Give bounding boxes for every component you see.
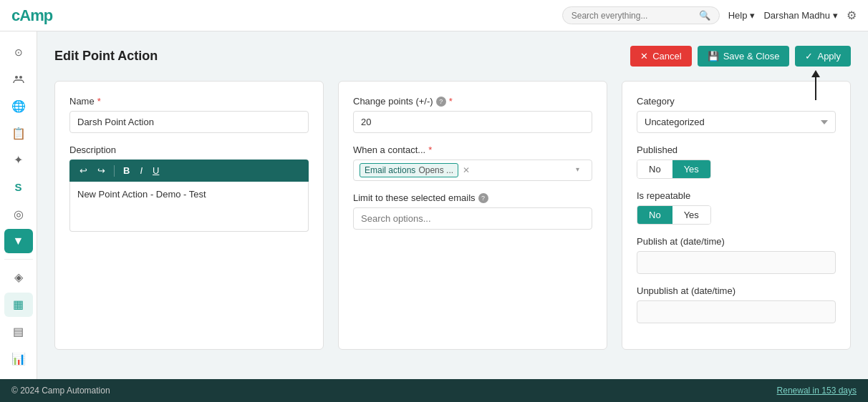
category-group: Category Uncategorized	[637, 96, 836, 133]
logo: cAmp	[11, 6, 52, 25]
sidebar-item-reports[interactable]: 📋	[4, 121, 33, 145]
repeatable-group: Is repeatable No Yes	[637, 190, 836, 225]
description-label: Description	[69, 144, 309, 155]
name-required: *	[97, 96, 101, 107]
italic-button[interactable]: I	[137, 164, 145, 177]
when-contact-group: When a contact... * Email actions Opens …	[353, 144, 592, 181]
sidebar-item-dashboard[interactable]: ⊙	[4, 40, 33, 64]
published-toggle: No Yes	[637, 160, 711, 179]
email-actions-tag: Email actions Opens ...	[360, 163, 458, 177]
name-group: Name *	[69, 96, 309, 133]
arrow-head	[811, 70, 820, 77]
sidebar-item-filters[interactable]: ▼	[4, 229, 33, 253]
chevron-down-icon: ▾	[750, 10, 755, 21]
help-button[interactable]: Help ▾	[728, 10, 756, 21]
undo-button[interactable]: ↩	[77, 164, 90, 177]
copyright: © 2024 Camp Automation	[11, 386, 110, 396]
published-label: Published	[637, 144, 836, 155]
when-contact-label: When a contact... *	[353, 144, 592, 155]
description-editor[interactable]: New Point Action - Demo - Test	[69, 182, 309, 232]
change-points-info-icon[interactable]: ?	[436, 97, 446, 107]
change-points-input[interactable]	[353, 111, 592, 133]
tag-remove-icon[interactable]: ✕	[463, 165, 470, 175]
arrow-annotation	[815, 72, 816, 100]
top-nav: cAmp 🔍 Help ▾ Darshan Madhu ▾ ⚙	[0, 0, 868, 31]
unpublish-at-label: Unpublish at (date/time)	[637, 285, 836, 296]
save-close-button[interactable]: 💾 Save & Close	[698, 46, 790, 67]
change-points-label: Change points (+/-) ? *	[353, 96, 592, 107]
sidebar-item-seg2[interactable]: ▦	[4, 293, 33, 317]
publish-at-input[interactable]	[637, 251, 836, 274]
repeatable-label: Is repeatable	[637, 190, 836, 201]
sidebar: ⊙ 🌐 📋 ✦ S ◎ ▼ ◈ ▦ ▤ 📊	[0, 31, 37, 379]
bold-button[interactable]: B	[120, 164, 132, 177]
published-group: Published No Yes	[637, 144, 836, 179]
user-menu[interactable]: Darshan Madhu ▾	[763, 10, 838, 21]
published-no-button[interactable]: No	[637, 160, 672, 178]
repeatable-yes-button[interactable]: Yes	[672, 206, 710, 224]
editor-toolbar: ↩ ↪ B I U	[69, 160, 309, 182]
when-contact-required: *	[428, 144, 432, 155]
right-panel: Category Uncategorized Published No Yes	[622, 81, 851, 350]
svg-point-1	[19, 76, 22, 79]
limit-emails-group: Limit to these selected emails ?	[353, 192, 592, 230]
redo-button[interactable]: ↪	[95, 164, 108, 177]
limit-emails-input[interactable]	[353, 207, 592, 230]
save-icon: 💾	[708, 51, 719, 62]
unpublish-at-input[interactable]	[637, 300, 836, 323]
form-grid: Name * Description ↩ ↪ B I U	[54, 81, 851, 350]
change-points-group: Change points (+/-) ? *	[353, 96, 592, 133]
change-points-required: *	[449, 96, 453, 107]
search-icon: 🔍	[699, 10, 710, 21]
description-group: Description ↩ ↪ B I U New Point Action -…	[69, 144, 309, 232]
name-label: Name *	[69, 96, 309, 107]
publish-at-group: Publish at (date/time)	[637, 236, 836, 274]
tag-dropdown-icon[interactable]: ▾	[576, 165, 586, 175]
category-select[interactable]: Uncategorized	[637, 111, 836, 133]
renewal-link[interactable]: Renewal in 153 days	[777, 386, 857, 396]
repeatable-toggle: No Yes	[637, 205, 711, 225]
sidebar-item-seg3[interactable]: ▤	[4, 320, 33, 344]
search-input[interactable]	[572, 11, 695, 21]
name-input[interactable]	[69, 111, 309, 133]
search-bar[interactable]: 🔍	[562, 6, 720, 24]
x-icon: ✕	[640, 51, 648, 62]
page-title: Edit Point Action	[54, 49, 158, 64]
settings-icon[interactable]: ⚙	[847, 9, 857, 22]
sidebar-item-seg1[interactable]: ◈	[4, 265, 33, 290]
middle-panel: Change points (+/-) ? * When a contact..…	[338, 81, 607, 350]
limit-emails-label: Limit to these selected emails ?	[353, 192, 592, 203]
content: Edit Point Action ✕ Cancel 💾 Save & Clos…	[37, 31, 868, 379]
chevron-down-icon: ▾	[833, 10, 838, 21]
when-contact-input[interactable]: Email actions Opens ... ✕ ▾	[353, 160, 592, 181]
publish-at-label: Publish at (date/time)	[637, 236, 836, 247]
underline-button[interactable]: U	[150, 164, 162, 177]
sidebar-item-goals[interactable]: ◎	[4, 202, 33, 227]
check-icon: ✓	[805, 51, 813, 62]
left-panel: Name * Description ↩ ↪ B I U	[54, 81, 324, 350]
svg-point-0	[15, 76, 18, 79]
unpublish-at-group: Unpublish at (date/time)	[637, 285, 836, 323]
sidebar-item-sequences[interactable]: S	[4, 175, 33, 200]
sidebar-item-analytics[interactable]: 📊	[4, 346, 33, 371]
published-yes-button[interactable]: Yes	[672, 160, 710, 178]
cancel-button[interactable]: ✕ Cancel	[630, 46, 691, 67]
sidebar-item-globe[interactable]: 🌐	[4, 94, 33, 119]
apply-button[interactable]: ✓ Apply	[795, 46, 851, 67]
limit-emails-info-icon[interactable]: ?	[478, 193, 488, 203]
header-actions: ✕ Cancel 💾 Save & Close ✓ Apply	[630, 46, 851, 67]
sidebar-item-contacts[interactable]	[4, 67, 33, 92]
category-label: Category	[637, 96, 836, 107]
repeatable-no-button[interactable]: No	[637, 206, 672, 224]
page-header: Edit Point Action ✕ Cancel 💾 Save & Clos…	[54, 46, 851, 67]
footer: © 2024 Camp Automation Renewal in 153 da…	[0, 379, 868, 402]
sidebar-item-integrations[interactable]: ✦	[4, 148, 33, 172]
main-layout: ⊙ 🌐 📋 ✦ S ◎ ▼ ◈ ▦ ▤ 📊 Edit Point Action	[0, 31, 868, 379]
